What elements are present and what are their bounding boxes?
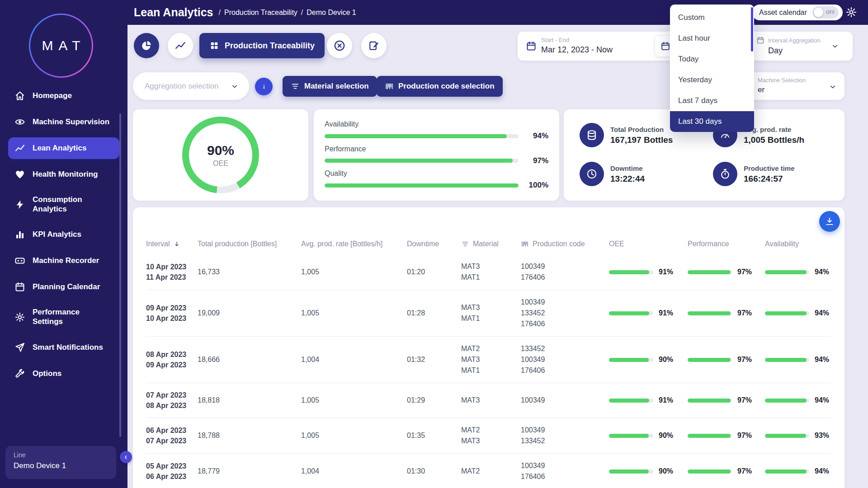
cell-availability: 94% (765, 309, 831, 317)
line-view-button[interactable] (168, 33, 193, 58)
cell-availability: 94% (765, 467, 831, 475)
heart-icon (14, 169, 25, 180)
sidebar-item-planning-calendar[interactable]: Planning Calendar (8, 276, 119, 298)
sidebar-item-performance-settings[interactable]: Performance Settings (8, 302, 119, 332)
interval-aggregation-value: Day (768, 46, 821, 56)
breadcrumb-item[interactable]: Production Traceability (224, 9, 297, 17)
sidebar-item-kpi-analytics[interactable]: KPI Analytics (8, 224, 119, 245)
kpi-bar-performance: Performance 97% (325, 145, 548, 165)
column-header-label: OEE (609, 240, 624, 248)
table-row[interactable]: 09 Apr 202310 Apr 2023 19,009 1,005 01:2… (146, 290, 831, 337)
cell-oee: 91% (609, 268, 688, 276)
cell-performance-value: 97% (737, 268, 752, 276)
column-header-performance[interactable]: Performance (688, 240, 765, 248)
breadcrumb-separator: / (301, 9, 303, 17)
sidebar-item-lean-analytics[interactable]: Lean Analytics (8, 137, 119, 159)
cell-oee: 91% (609, 309, 688, 317)
kpi-bar-availability: Availability 94% (325, 120, 548, 141)
column-header-production-code[interactable]: Production code (521, 240, 609, 248)
date-option-last-hour[interactable]: Last hour (670, 28, 754, 49)
breadcrumb-item[interactable]: Demo Device 1 (307, 9, 356, 17)
aggregation-select[interactable]: Aggregation selection (133, 72, 249, 100)
date-range-dropdown: CustomLast hourTodayYesterdayLast 7 days… (670, 5, 754, 132)
date-option-today[interactable]: Today (670, 49, 754, 70)
cell-materials: MAT2MAT3MAT1 (461, 343, 521, 376)
progress-track (688, 311, 732, 315)
oee-gauge-card: 90% OEE (133, 109, 308, 201)
kpi-bar-value: 94% (519, 131, 548, 141)
breadcrumb: / Production Traceability/ Demo Device 1 (219, 9, 356, 17)
date-option-custom[interactable]: Custom (670, 7, 754, 28)
table-row[interactable]: 08 Apr 202309 Apr 2023 18,666 1,004 01:3… (146, 337, 831, 383)
metric-downtime: Downtime 13:22:44 (580, 162, 713, 201)
kpi-bar-quality: Quality 100% (325, 169, 548, 190)
production-traceability-tab[interactable]: Production Traceability (199, 33, 325, 58)
date-option-last-7-days[interactable]: Last 7 days (670, 90, 754, 111)
table-row[interactable]: 06 Apr 202307 Apr 2023 18,788 1,005 01:3… (146, 418, 831, 454)
download-button[interactable] (819, 211, 840, 232)
table-row[interactable]: 05 Apr 202306 Apr 2023 18,779 1,004 01:3… (146, 454, 831, 488)
dropdown-scrollbar[interactable] (751, 7, 753, 52)
date-option-last-30-days[interactable]: Last 30 days (670, 111, 754, 132)
column-header-downtime[interactable]: Downtime (407, 240, 461, 248)
production-code-selection-button[interactable]: Production code selection (377, 76, 503, 97)
clear-selection-button[interactable] (327, 33, 352, 58)
sidebar-item-machine-supervision[interactable]: Machine Supervision (8, 111, 119, 133)
sidebar-item-smart-notifications[interactable]: Smart Notifications (8, 337, 119, 358)
cell-total-production: 18,666 (198, 356, 301, 364)
progress-track (609, 469, 653, 474)
sidebar-item-machine-recorder[interactable]: Machine Recorder (8, 250, 119, 272)
database-icon (586, 129, 598, 141)
column-header-oee[interactable]: OEE (609, 240, 688, 248)
sidebar-item-options[interactable]: Options (8, 363, 119, 385)
column-header-label: Material (473, 240, 499, 248)
cell-production-codes: 100349 (521, 395, 609, 406)
metric-value: 167,197 Bottles (610, 135, 673, 145)
machine-selection-select[interactable]: Machine Selection er (749, 72, 844, 100)
device-card-label: Line (14, 451, 108, 459)
settings-gear-button[interactable] (845, 6, 857, 20)
progress-track (325, 183, 519, 188)
chevron-down-icon[interactable] (830, 42, 840, 51)
column-header-interval[interactable]: Interval (146, 240, 198, 248)
column-header-total-production-bottles[interactable]: Total production [Bottles] (198, 240, 301, 248)
sidebar-item-label: Lean Analytics (33, 144, 86, 153)
sidebar-item-consumption-analytics[interactable]: Consumption Analytics (8, 190, 119, 219)
info-button[interactable] (255, 78, 273, 95)
date-range-dropdown-options: CustomLast hourTodayYesterdayLast 7 days… (670, 7, 754, 132)
table-row[interactable]: 07 Apr 202308 Apr 2023 18,818 1,005 01:2… (146, 383, 831, 418)
progress-track (609, 399, 653, 403)
eye-icon (14, 117, 25, 127)
asset-calendar-toggle[interactable]: OFF (812, 6, 839, 19)
material-selection-button[interactable]: Material selection (283, 76, 377, 97)
column-header-avg-prod-rate-bottles-h[interactable]: Avg. prod. rate [Bottles/h] (301, 240, 407, 248)
sidebar-collapse-button[interactable] (120, 451, 132, 463)
column-header-availability[interactable]: Availability (765, 240, 831, 248)
date-range-label: Start - End (541, 37, 569, 43)
interval-aggregation-select[interactable]: Interval Aggregation Day (756, 36, 821, 56)
toggle-state-label: OFF (826, 10, 835, 15)
pie-view-button[interactable] (134, 33, 159, 58)
sidebar-item-health-monitoring[interactable]: Health Monitoring (8, 164, 119, 185)
progress-track (325, 159, 519, 163)
clipboard-edit-icon (368, 40, 380, 52)
sidebar-item-homepage[interactable]: Homepage (8, 85, 119, 107)
progress-track (609, 311, 653, 315)
cell-materials: MAT3MAT1 (461, 261, 521, 283)
edit-report-button[interactable] (361, 33, 387, 58)
date-range-value[interactable]: Mar 12, 2023 - Now (541, 45, 613, 55)
sidebar-item-label: KPI Analytics (33, 230, 81, 239)
gear-icon (845, 6, 857, 18)
table-row[interactable]: 10 Apr 202311 Apr 2023 16,733 1,005 01:2… (146, 254, 831, 290)
date-option-yesterday[interactable]: Yesterday (670, 70, 754, 90)
cell-availability-value: 94% (815, 268, 829, 276)
cell-downtime: 01:35 (407, 432, 461, 440)
kpi-bar-label: Quality (325, 169, 548, 178)
sidebar-scrollbar[interactable] (119, 113, 121, 437)
column-header-material[interactable]: Material (461, 240, 521, 248)
chevron-down-icon (230, 82, 239, 91)
kpi-bar-label: Performance (325, 145, 548, 153)
metric-label: Productive time (744, 164, 795, 172)
progress-track (609, 270, 653, 274)
sidebar-item-label: Machine Supervision (33, 117, 109, 127)
